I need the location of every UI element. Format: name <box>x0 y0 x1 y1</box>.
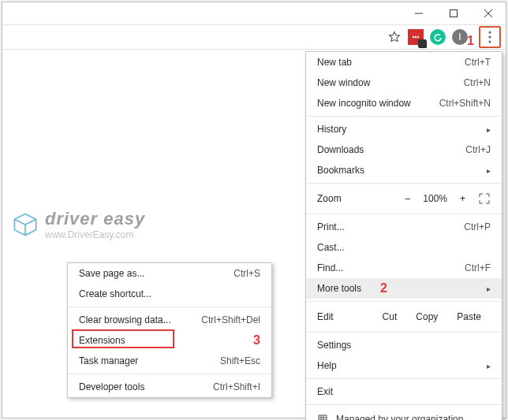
extension-grammarly-icon[interactable] <box>430 29 446 45</box>
maximize-button[interactable] <box>436 2 471 24</box>
submenu-save-page[interactable]: Save page as... Ctrl+S <box>68 263 271 284</box>
window-titlebar <box>2 2 506 24</box>
zoom-value: 100% <box>423 193 447 204</box>
callout-three: 3 <box>253 333 260 348</box>
menu-separator <box>306 116 502 117</box>
menu-label: New tab <box>317 57 352 68</box>
menu-new-incognito[interactable]: New incognito window Ctrl+Shift+N <box>306 93 502 113</box>
extension-badge: 1 <box>419 40 427 48</box>
menu-shortcut: Ctrl+Shift+N <box>439 98 491 109</box>
browser-toolbar: 1 I <box>2 24 506 50</box>
svg-point-5 <box>415 36 416 38</box>
menu-label: Create shortcut... <box>79 288 151 299</box>
menu-find[interactable]: Find... Ctrl+F <box>306 258 502 278</box>
chevron-right-icon: ▸ <box>487 125 491 134</box>
menu-label: Edit <box>317 311 334 322</box>
menu-shortcut: Ctrl+F <box>465 262 491 273</box>
submenu-extensions[interactable]: Extensions 3 <box>68 330 271 351</box>
minimize-icon <box>415 9 423 17</box>
close-button[interactable] <box>471 2 506 24</box>
menu-print[interactable]: Print... Ctrl+P <box>306 217 502 237</box>
menu-help[interactable]: Help ▸ <box>306 355 502 376</box>
menu-separator <box>306 404 502 405</box>
svg-point-7 <box>488 31 491 33</box>
menu-label: Zoom <box>317 193 342 204</box>
menu-label: Extensions <box>79 335 125 346</box>
minimize-button[interactable] <box>402 2 436 24</box>
zoom-out-button[interactable]: – <box>405 193 411 204</box>
menu-label: Downloads <box>317 144 364 155</box>
kebab-icon <box>488 31 491 43</box>
menu-shortcut: Ctrl+Shift+Del <box>201 314 260 325</box>
menu-cast[interactable]: Cast... <box>306 237 502 258</box>
menu-managed[interactable]: Managed by your organization <box>306 407 502 420</box>
fullscreen-icon[interactable] <box>478 192 491 205</box>
callout-one: 1 <box>467 34 474 48</box>
menu-label: New incognito window <box>317 98 411 109</box>
watermark-url: www.DriverEasy.com <box>45 229 145 240</box>
edit-paste-button[interactable]: Paste <box>447 311 491 322</box>
menu-exit[interactable]: Exit <box>306 381 502 402</box>
submenu-developer-tools[interactable]: Developer tools Ctrl+Shift+I <box>68 377 271 397</box>
edit-copy-button[interactable]: Copy <box>406 311 447 322</box>
menu-separator <box>306 214 502 214</box>
chevron-right-icon: ▸ <box>487 362 491 370</box>
menu-bookmarks[interactable]: Bookmarks ▸ <box>306 160 502 180</box>
menu-new-tab[interactable]: New tab Ctrl+T <box>306 52 502 72</box>
svg-point-8 <box>488 35 491 38</box>
menu-label: Clear browsing data... <box>79 314 171 325</box>
menu-label: Help <box>317 360 337 371</box>
menu-label: New window <box>317 77 370 88</box>
menu-history[interactable]: History ▸ <box>306 119 502 139</box>
svg-line-3 <box>484 9 492 17</box>
menu-separator <box>306 332 502 333</box>
menu-label: Developer tools <box>79 381 144 392</box>
menu-more-tools[interactable]: More tools 2 ▸ <box>306 278 502 299</box>
building-icon <box>317 414 328 420</box>
menu-label: Task manager <box>79 355 138 366</box>
drivereasy-logo-icon <box>12 211 39 238</box>
close-icon <box>484 9 492 17</box>
menu-separator <box>306 301 502 302</box>
svg-line-2 <box>484 9 492 17</box>
extension-lastpass-icon[interactable]: 1 <box>408 29 424 45</box>
svg-point-6 <box>417 36 419 38</box>
menu-label: Find... <box>317 262 343 273</box>
g-arrow-icon <box>433 32 443 42</box>
browser-window: 1 I driver easy www.DriverEasy.com 1 New… <box>2 2 506 418</box>
menu-shortcut: Ctrl+P <box>464 221 491 232</box>
chrome-main-menu: New tab Ctrl+T New window Ctrl+N New inc… <box>305 51 502 420</box>
profile-avatar[interactable]: I <box>452 29 468 45</box>
menu-separator <box>306 183 502 184</box>
menu-label: Print... <box>317 221 345 232</box>
menu-label: Bookmarks <box>317 165 364 176</box>
menu-label: More tools <box>317 283 361 294</box>
more-tools-submenu: Save page as... Ctrl+S Create shortcut..… <box>67 262 272 398</box>
menu-zoom: Zoom – 100% + <box>306 186 502 211</box>
menu-settings[interactable]: Settings <box>306 335 502 355</box>
menu-separator <box>68 307 271 307</box>
menu-downloads[interactable]: Downloads Ctrl+J <box>306 139 502 160</box>
menu-label: Settings <box>317 340 351 351</box>
maximize-icon <box>450 9 458 17</box>
edit-cut-button[interactable]: Cut <box>373 311 407 322</box>
chevron-right-icon: ▸ <box>487 166 491 175</box>
bookmark-star-icon[interactable] <box>387 30 402 44</box>
menu-label: Save page as... <box>79 268 144 279</box>
dots-icon <box>411 32 420 42</box>
submenu-create-shortcut[interactable]: Create shortcut... <box>68 284 271 304</box>
menu-new-window[interactable]: New window Ctrl+N <box>306 72 502 93</box>
menu-shortcut: Ctrl+T <box>465 57 491 68</box>
kebab-menu-button[interactable] <box>479 26 501 48</box>
callout-two: 2 <box>380 281 387 295</box>
svg-point-9 <box>488 40 491 43</box>
submenu-clear-browsing-data[interactable]: Clear browsing data... Ctrl+Shift+Del <box>68 310 271 330</box>
svg-point-4 <box>413 36 414 38</box>
menu-label: Cast... <box>317 242 345 253</box>
zoom-in-button[interactable]: + <box>460 193 465 204</box>
submenu-task-manager[interactable]: Task manager Shift+Esc <box>68 351 271 371</box>
avatar-letter: I <box>458 32 461 43</box>
menu-shortcut: Ctrl+S <box>233 268 260 279</box>
menu-edit: Edit Cut Copy Paste <box>306 304 502 329</box>
watermark-title: driver easy <box>45 209 145 229</box>
